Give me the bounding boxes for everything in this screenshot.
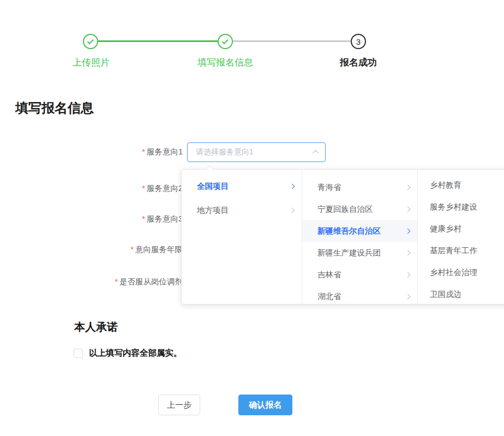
- chevron-right-icon: [290, 207, 295, 213]
- service-intent-1-select[interactable]: 请选择服务意向1: [187, 142, 326, 162]
- agreement-checkbox[interactable]: [74, 349, 83, 358]
- field-label-service-years: *意向服务年限: [131, 244, 183, 255]
- chevron-right-icon: [405, 272, 411, 277]
- step-3-circle: 3: [351, 34, 366, 49]
- cascader-item-national-projects[interactable]: 全国项目: [182, 174, 302, 198]
- cascader-dropdown: 全国项目 地方项目 甘肃省 青海省 宁夏回族自治区 新疆维吾尔自治区: [181, 169, 504, 304]
- chevron-right-icon: [405, 206, 411, 212]
- agreement-row[interactable]: 以上填写内容全部属实。: [74, 348, 182, 359]
- required-mark: *: [131, 245, 134, 254]
- chevron-right-icon: [405, 294, 411, 299]
- step-1-circle: [83, 34, 98, 49]
- cascader-item-serve-rural-construction[interactable]: 服务乡村建设: [418, 196, 504, 218]
- cascader-item-gansu[interactable]: 甘肃省: [302, 170, 417, 176]
- cascader-item-qinghai[interactable]: 青海省: [302, 176, 417, 198]
- field-label-service-intent-3: *服务意向3: [142, 213, 183, 224]
- field-label-accept-adjustment: *是否服从岗位调剂: [115, 276, 183, 287]
- confirm-registration-button[interactable]: 确认报名: [238, 395, 292, 415]
- cascader-level-1: 全国项目 地方项目: [182, 170, 302, 304]
- select-placeholder: 请选择服务意向1: [196, 147, 314, 157]
- cascader-level-2: 甘肃省 青海省 宁夏回族自治区 新疆维吾尔自治区 新疆生产建设兵团 吉林省: [302, 170, 418, 304]
- cascader-item-hubei[interactable]: 湖北省: [302, 285, 417, 304]
- step-2-label: 填写报名信息: [197, 56, 253, 69]
- chevron-right-icon: [405, 228, 411, 234]
- required-mark: *: [142, 184, 145, 193]
- cascader-item-ningxia[interactable]: 宁夏回族自治区: [302, 198, 417, 220]
- step-connector-1-2: [98, 40, 218, 42]
- cascader-item-rural-education[interactable]: 乡村教育: [418, 174, 504, 196]
- check-icon: [87, 38, 93, 44]
- page-title: 填写报名信息: [15, 99, 94, 117]
- registration-page: 3 上传照片 填写报名信息 报名成功 填写报名信息 *服务意向1 *服务意向2 …: [0, 0, 504, 436]
- promise-section-title: 本人承诺: [74, 320, 118, 335]
- cascader-item-healthy-village[interactable]: 健康乡村: [418, 218, 504, 240]
- field-label-service-intent-1: *服务意向1: [142, 146, 183, 157]
- step-3-label: 报名成功: [340, 56, 377, 69]
- agreement-label: 以上填写内容全部属实。: [89, 348, 182, 359]
- cascader-item-rural-social-governance[interactable]: 乡村社会治理: [418, 261, 504, 283]
- cascader-item-local-projects[interactable]: 地方项目: [182, 198, 302, 222]
- step-1-label: 上传照片: [73, 56, 110, 69]
- cascader-level-3: 乡村教育 服务乡村建设 健康乡村 基层青年工作 乡村社会治理 卫国戍边: [418, 170, 504, 304]
- chevron-right-icon: [405, 184, 411, 190]
- cascader-item-grassroots-youth-work[interactable]: 基层青年工作: [418, 240, 504, 261]
- cascader-item-jilin[interactable]: 吉林省: [302, 264, 417, 285]
- cascader-item-xinjiang-corps[interactable]: 新疆生产建设兵团: [302, 242, 417, 264]
- required-mark: *: [142, 147, 145, 156]
- chevron-right-icon: [405, 250, 411, 255]
- step-3-number: 3: [356, 37, 361, 46]
- previous-step-button[interactable]: 上一步: [158, 395, 200, 415]
- field-label-service-intent-2: *服务意向2: [142, 183, 183, 194]
- required-mark: *: [142, 214, 145, 223]
- chevron-right-icon: [290, 183, 295, 189]
- cascader-item-border-defense[interactable]: 卫国戍边: [418, 283, 504, 304]
- check-icon: [221, 38, 228, 44]
- cascader-item-xinjiang[interactable]: 新疆维吾尔自治区: [302, 220, 417, 242]
- required-mark: *: [115, 277, 118, 286]
- step-2-circle: [218, 34, 233, 49]
- step-connector-2-3: [233, 40, 351, 42]
